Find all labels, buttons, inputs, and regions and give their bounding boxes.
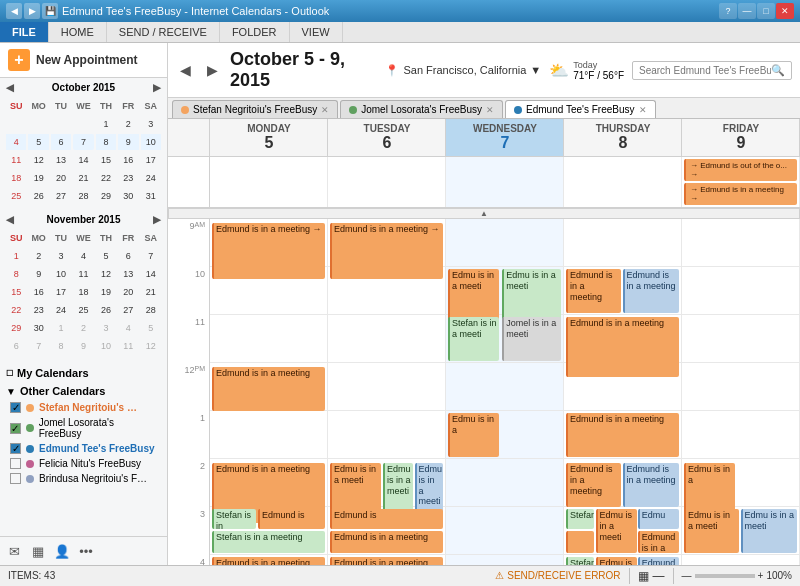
event-thu-2a[interactable]: Edmund is in a meeting: [566, 463, 621, 507]
fb-tab-dot-jomel: [349, 106, 357, 114]
fb-tab-edmund[interactable]: Edmund Tee's FreeBusy ✕: [505, 100, 655, 118]
search-input[interactable]: [639, 65, 771, 76]
event-thu-3c[interactable]: Edmund is in a meeting: [638, 531, 679, 553]
event-tue-9am[interactable]: Edmund is in a meeting →: [330, 223, 443, 279]
cal-checkbox-edmund[interactable]: ✓: [10, 443, 21, 454]
time-cell-fri-2: Edmu is in a: [682, 459, 800, 507]
cal-item-brindusa[interactable]: Brindusa Negritoiu's FreeB...: [6, 471, 161, 486]
time-cell-fri-3: Edmu is in a meeti Edmu is in a meeti: [682, 507, 800, 555]
fb-tab-jomel[interactable]: Jomel Losorata's FreeBusy ✕: [340, 100, 503, 118]
event-tue-3-edmund[interactable]: Edmund is: [330, 509, 443, 529]
event-wed-11stefan[interactable]: Stefan is in a meeti: [448, 317, 499, 361]
help-btn[interactable]: ?: [719, 3, 737, 19]
tab-send-receive[interactable]: SEND / RECEIVE: [107, 22, 220, 42]
search-box[interactable]: 🔍: [632, 61, 792, 80]
mail-nav-icon[interactable]: ✉: [4, 541, 24, 561]
event-thu-4stefan[interactable]: Stefan: [566, 557, 594, 565]
day-header-tue[interactable]: TUESDAY6: [328, 119, 446, 156]
event-mon-3stefan-b[interactable]: Stefan is in a meeting: [212, 531, 325, 553]
time-cell-mon-11: [210, 315, 328, 363]
save-icon[interactable]: 💾: [42, 3, 58, 19]
event-fri-3a[interactable]: Edmu is in a meeti: [684, 509, 739, 553]
status-icon-1[interactable]: ▦: [638, 569, 649, 583]
event-mon-4[interactable]: Edmund is in a meeting: [212, 557, 325, 565]
allday-cell-fri: → Edmund is out of the o... → → Edmund i…: [682, 157, 800, 207]
cal-checkbox-brindusa[interactable]: [10, 473, 21, 484]
allday-event-fri-1[interactable]: → Edmund is out of the o... →: [684, 159, 797, 181]
event-thu-1[interactable]: Edmund is in a meeting: [566, 413, 679, 457]
close-btn[interactable]: ✕: [776, 3, 794, 19]
tab-home[interactable]: HOME: [49, 22, 107, 42]
fb-tab-close-stefan[interactable]: ✕: [321, 105, 329, 115]
more-nav-icon[interactable]: •••: [76, 541, 96, 561]
next-week-arrow[interactable]: ▶: [203, 60, 222, 80]
col-su: SU: [6, 98, 26, 114]
calendars-section: ☐ My Calendars ▼ Other Calendars ✓ Stefa…: [0, 360, 167, 536]
day-header-mon[interactable]: MONDAY5: [210, 119, 328, 156]
calendar-nav-icon[interactable]: ▦: [28, 541, 48, 561]
event-thu-10b[interactable]: Edmund is in a meeting: [623, 269, 680, 313]
event-thu-3a[interactable]: Edmu is in a meeti: [596, 509, 637, 553]
event-mon-3stefan[interactable]: Stefan is in: [212, 509, 256, 529]
nov-prev-arrow[interactable]: ◀: [4, 214, 16, 225]
fb-tab-close-jomel[interactable]: ✕: [486, 105, 494, 115]
event-thu-3stefan[interactable]: Stefan: [566, 509, 594, 529]
oct-prev-arrow[interactable]: ◀: [4, 82, 16, 93]
event-wed-11jomel[interactable]: Jomel is in a meeti: [502, 317, 561, 361]
event-wed-1-edmu[interactable]: Edmu is in a: [448, 413, 499, 457]
minimize-btn[interactable]: —: [738, 3, 756, 19]
tab-folder[interactable]: FOLDER: [220, 22, 290, 42]
time-cell-tue-4: Edmund is in a meeting: [328, 555, 446, 565]
event-thu-4a[interactable]: Edmu is in a meeti: [596, 557, 637, 565]
new-appointment-button[interactable]: + New Appointment: [0, 43, 167, 78]
time-cell-thu-3: Stefan Edmu is in a meeti Edmu Edmund is…: [564, 507, 682, 555]
back-icon[interactable]: ◀: [6, 3, 22, 19]
forward-icon[interactable]: ▶: [24, 3, 40, 19]
scroll-up-arrow[interactable]: ▲: [168, 208, 800, 219]
event-mon-9am[interactable]: Edmund is in a meeting →: [212, 223, 325, 279]
search-icon[interactable]: 🔍: [771, 64, 785, 77]
event-thu-4b[interactable]: Edmund may be in a meeting: [638, 557, 679, 565]
event-tue-4-edmund[interactable]: Edmund is in a meeting: [330, 557, 443, 565]
location-dropdown-icon[interactable]: ▼: [530, 64, 541, 76]
cal-checkbox-stefan[interactable]: ✓: [10, 402, 21, 413]
zoom-out-btn[interactable]: —: [682, 570, 692, 581]
day-header-fri[interactable]: FRIDAY9: [682, 119, 800, 156]
event-thu-3b[interactable]: Edmu: [638, 509, 679, 529]
maximize-btn[interactable]: □: [757, 3, 775, 19]
people-nav-icon[interactable]: 👤: [52, 541, 72, 561]
event-thu-11[interactable]: Edmund is in a meeting: [566, 317, 679, 377]
zoom-slider[interactable]: [695, 574, 755, 578]
cal-item-felicia[interactable]: Felicia Nitu's FreeBusy: [6, 456, 161, 471]
event-thu-10a[interactable]: Edmund is in a meeting: [566, 269, 621, 313]
other-calendars-header[interactable]: ▼ Other Calendars: [6, 382, 161, 400]
cal-item-stefan[interactable]: ✓ Stefan Negritoiu's FreeBu...: [6, 400, 161, 415]
cal-item-jomel[interactable]: ✓ Jomel Losorata's FreeBusy: [6, 415, 161, 441]
event-tue-3-edmundb[interactable]: Edmund is in a meeting: [330, 531, 443, 553]
tab-file[interactable]: FILE: [0, 22, 49, 42]
time-cell-thu-10: Edmund is in a meeting Edmund is in a me…: [564, 267, 682, 315]
location-info: 📍 San Francisco, California ▼: [385, 64, 541, 77]
time-cell-tue-12: [328, 363, 446, 411]
event-mon-12pm[interactable]: Edmund is in a meeting: [212, 367, 325, 411]
day-header-wed[interactable]: WEDNESDAY7: [446, 119, 564, 156]
status-icon-2[interactable]: —: [653, 569, 665, 583]
send-receive-error[interactable]: ⚠ SEND/RECEIVE ERROR: [495, 570, 620, 581]
event-mon-3edmund[interactable]: Edmund is: [258, 509, 325, 529]
cal-checkbox-jomel[interactable]: ✓: [10, 423, 21, 434]
event-fri-3b[interactable]: Edmu is in a meeti: [741, 509, 798, 553]
zoom-in-btn[interactable]: +: [758, 570, 764, 581]
fb-tab-close-edmund[interactable]: ✕: [639, 105, 647, 115]
prev-week-arrow[interactable]: ◀: [176, 60, 195, 80]
day-header-thu[interactable]: THURSDAY8: [564, 119, 682, 156]
fb-tab-stefan[interactable]: Stefan Negritoiu's FreeBusy ✕: [172, 100, 338, 118]
event-thu-2b[interactable]: Edmund is in a meeting: [623, 463, 680, 507]
tab-view[interactable]: VIEW: [290, 22, 343, 42]
oct-next-arrow[interactable]: ▶: [151, 82, 163, 93]
my-calendars-header[interactable]: ☐ My Calendars: [6, 364, 161, 382]
nov-next-arrow[interactable]: ▶: [151, 214, 163, 225]
cal-item-edmund[interactable]: ✓ Edmund Tee's FreeBusy: [6, 441, 161, 456]
time-grid[interactable]: ▲ 9AM Edmund is in a meeting → Edmund is…: [168, 208, 800, 565]
cal-checkbox-felicia[interactable]: [10, 458, 21, 469]
allday-event-fri-2[interactable]: → Edmund is in a meeting →: [684, 183, 797, 205]
